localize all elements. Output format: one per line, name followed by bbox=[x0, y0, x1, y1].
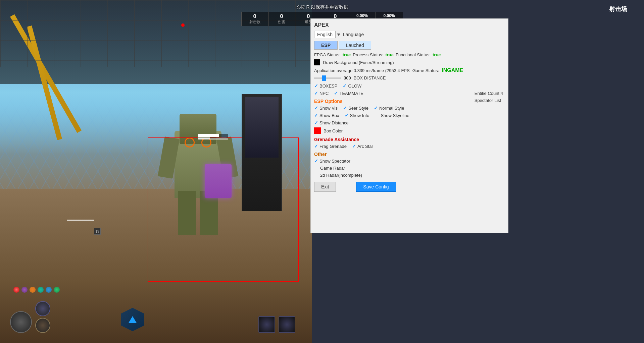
check-show-box-label: Show Box bbox=[319, 113, 339, 118]
box-color-swatch[interactable] bbox=[314, 127, 321, 134]
stat-percent1-value: 0.00% bbox=[356, 13, 368, 18]
nav-hexagon[interactable] bbox=[121, 308, 144, 331]
check-show-skyeline[interactable]: Show Skyeline bbox=[375, 113, 409, 118]
box-color-row: Box Color bbox=[314, 127, 505, 134]
skill-icon-main[interactable] bbox=[10, 311, 32, 333]
draw-bg-color-swatch[interactable] bbox=[314, 59, 320, 65]
language-dropdown-icon[interactable] bbox=[337, 34, 340, 36]
hp-bar-container bbox=[198, 134, 228, 137]
bottom-icons bbox=[10, 301, 50, 333]
fpga-value: true bbox=[343, 52, 351, 57]
other-label: Other bbox=[314, 152, 505, 157]
fps-text: Application average 0.339 ms/frame (2953… bbox=[314, 68, 410, 73]
check-2d-radar[interactable]: 2d Radar(incomplete) bbox=[314, 173, 362, 178]
functional-value: true bbox=[433, 52, 441, 57]
save-hint-text: 长按 R 以保存并重置数据 bbox=[296, 4, 349, 10]
check-show-distance-label: Show Distance bbox=[319, 120, 349, 125]
check-glow[interactable]: ✓ GLOW bbox=[343, 83, 361, 89]
stat-damage: 0 伤害 bbox=[268, 12, 295, 26]
other-row-3: 2d Radar(incomplete) bbox=[314, 173, 505, 178]
slider-label: BOX DISTANCE bbox=[354, 75, 386, 80]
check-show-vis-mark: ✓ bbox=[314, 105, 318, 111]
check-npc[interactable]: ✓ NPC bbox=[314, 91, 329, 96]
check-show-vis[interactable]: ✓ Show Vis bbox=[314, 105, 338, 111]
functional-label: Functional Status: bbox=[396, 52, 431, 57]
check-seer-style-mark: ✓ bbox=[343, 105, 347, 111]
check-show-box-mark: ✓ bbox=[314, 113, 318, 118]
orb-green bbox=[54, 287, 60, 293]
ground-items bbox=[13, 287, 60, 293]
save-config-button[interactable]: Save Config bbox=[356, 182, 396, 192]
tab-lauched[interactable]: Lauched bbox=[339, 41, 371, 50]
check-teammate-label: TEAMMATE bbox=[339, 91, 363, 96]
check-show-box[interactable]: ✓ Show Box bbox=[314, 113, 339, 118]
checkbox-row-1: ✓ BOXESP ✓ GLOW bbox=[314, 83, 505, 89]
check-show-skyeline-label: Show Skyeline bbox=[381, 113, 409, 118]
check-teammate[interactable]: ✓ TEAMMATE bbox=[334, 91, 363, 96]
process-value: true bbox=[385, 52, 394, 57]
check-show-spectator[interactable]: ✓ Show Spectator bbox=[314, 158, 350, 164]
crosshair-dot bbox=[181, 23, 185, 27]
check-normal-style[interactable]: ✓ Normal Style bbox=[374, 105, 404, 111]
check-teammate-mark: ✓ bbox=[334, 91, 338, 96]
slider-value: 300 bbox=[344, 75, 351, 80]
orb-blue bbox=[46, 287, 52, 293]
structure-box bbox=[245, 97, 279, 158]
apex-panel: APEX English Language ESP Lauched FPGA S… bbox=[310, 18, 508, 233]
skill-icon-1[interactable] bbox=[35, 301, 50, 316]
esp-options-row-1: ✓ Show Vis ✓ Seer Style ✓ Normal Style bbox=[314, 105, 505, 111]
check-seer-style[interactable]: ✓ Seer Style bbox=[343, 105, 368, 111]
check-glow-label: GLOW bbox=[348, 83, 361, 89]
language-value[interactable]: English bbox=[314, 31, 336, 38]
check-frag-grenade[interactable]: ✓ Frag Grenade bbox=[314, 144, 347, 149]
stat-headshots-value: 0 bbox=[307, 13, 310, 19]
check-game-radar[interactable]: Game Radar bbox=[314, 166, 345, 171]
other-row-2: Game Radar bbox=[314, 166, 505, 171]
check-npc-mark: ✓ bbox=[314, 91, 318, 96]
spectator-list: Spectator List bbox=[475, 98, 503, 103]
stat-shots-value: 0 bbox=[253, 13, 256, 19]
hp-bar-fill bbox=[198, 134, 219, 137]
skill-icon-2[interactable] bbox=[35, 318, 50, 333]
action-icon-2[interactable] bbox=[279, 316, 295, 333]
check-arc-label: Arc Star bbox=[357, 144, 373, 149]
slider-container bbox=[314, 77, 341, 79]
box-color-label: Box Color bbox=[324, 128, 343, 133]
slider-thumb[interactable] bbox=[322, 75, 326, 81]
nav-arrow bbox=[129, 316, 137, 323]
check-normal-style-mark: ✓ bbox=[374, 105, 378, 111]
check-show-distance[interactable]: ✓ Show Distance bbox=[314, 120, 349, 125]
check-show-vis-label: Show Vis bbox=[319, 106, 338, 111]
check-arc-star[interactable]: ✓ Arc Star bbox=[352, 144, 373, 149]
fps-status-row: Application average 0.339 ms/frame (2953… bbox=[314, 67, 505, 73]
nav-icon-container bbox=[121, 308, 144, 331]
entity-spectator-block: Entitie Count:4 Spectator List bbox=[475, 91, 503, 103]
check-show-distance-mark: ✓ bbox=[314, 120, 318, 125]
status-row: FPGA Status: true Process Status: true F… bbox=[314, 52, 505, 57]
check-boxesp-mark: ✓ bbox=[314, 83, 318, 89]
action-icon-1[interactable] bbox=[258, 316, 275, 333]
check-glow-mark: ✓ bbox=[343, 83, 347, 89]
grenade-label: Grenade Assistance bbox=[314, 137, 505, 142]
check-arc-mark: ✓ bbox=[352, 144, 356, 149]
language-row: English Language bbox=[314, 31, 505, 38]
stat-percent2-value: 0.00% bbox=[383, 13, 395, 18]
badge-number: 19 bbox=[94, 228, 101, 235]
orb-red bbox=[13, 287, 19, 293]
stat-damage-value: 0 bbox=[280, 13, 283, 19]
check-frag-label: Frag Grenade bbox=[319, 144, 347, 149]
entity-count: Entitie Count:4 bbox=[475, 91, 503, 96]
tab-esp[interactable]: ESP bbox=[314, 41, 338, 50]
check-spectator-label: Show Spectator bbox=[319, 159, 350, 164]
check-frag-mark: ✓ bbox=[314, 144, 318, 149]
exit-button[interactable]: Exit bbox=[314, 182, 336, 192]
check-show-info-mark: ✓ bbox=[345, 113, 349, 118]
distance-row: 300 BOX DISTANCE bbox=[314, 75, 505, 80]
bottom-hud bbox=[0, 309, 312, 336]
game-status-label: Game Status: bbox=[412, 68, 439, 73]
orb-purple bbox=[21, 287, 28, 293]
check-show-info[interactable]: ✓ Show Info bbox=[345, 113, 369, 118]
bottom-buttons: Exit Save Config bbox=[314, 182, 505, 192]
check-boxesp[interactable]: ✓ BOXESP bbox=[314, 83, 337, 89]
target-bar-2 bbox=[67, 220, 94, 221]
